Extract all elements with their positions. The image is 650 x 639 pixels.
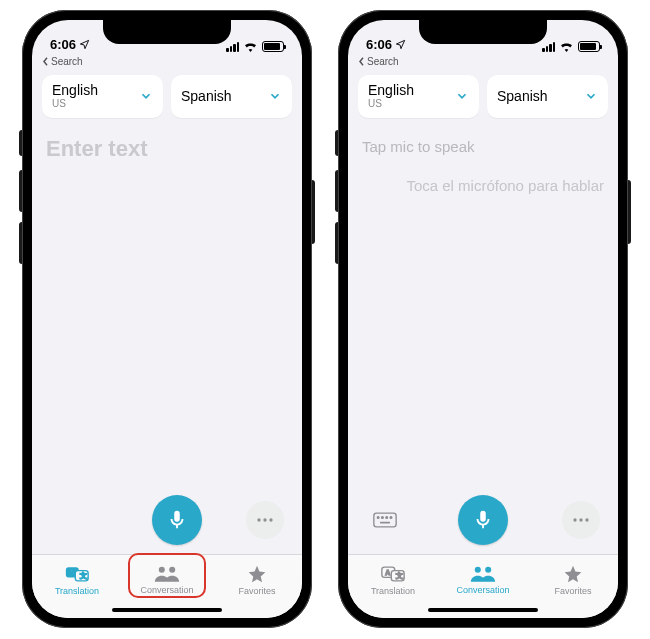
- back-label: Search: [367, 56, 399, 67]
- microphone-icon: [166, 509, 188, 531]
- screen-conversation: 6:06 Search English US: [348, 20, 618, 618]
- source-language-sub: US: [368, 98, 414, 109]
- screen-translation: 6:06 Search English US: [32, 20, 302, 618]
- source-language-selector[interactable]: English US: [358, 75, 479, 118]
- speak-prompt-target: Toca el micrófono para hablar: [362, 177, 604, 194]
- ellipsis-icon: [572, 517, 590, 523]
- tab-favorites[interactable]: Favorites: [528, 555, 618, 604]
- target-language-selector[interactable]: Spanish: [171, 75, 292, 118]
- svg-point-17: [585, 518, 588, 521]
- tab-conversation[interactable]: Conversation: [438, 555, 528, 604]
- tab-translation[interactable]: A文 Translation: [348, 555, 438, 604]
- svg-point-10: [377, 517, 379, 519]
- wifi-icon: [243, 41, 258, 52]
- tab-label: Translation: [371, 586, 415, 596]
- notch: [103, 20, 231, 44]
- battery-icon: [578, 41, 600, 52]
- home-indicator[interactable]: [112, 608, 222, 612]
- microphone-icon: [472, 509, 494, 531]
- source-language-name: English: [368, 83, 414, 98]
- wifi-icon: [559, 41, 574, 52]
- tab-label: Conversation: [456, 585, 509, 595]
- location-icon: [395, 39, 406, 50]
- svg-text:文: 文: [395, 571, 403, 580]
- more-button[interactable]: [246, 501, 284, 539]
- phone-left: 6:06 Search English US: [22, 10, 312, 628]
- microphone-button[interactable]: [458, 495, 508, 545]
- svg-point-1: [263, 518, 266, 521]
- translation-icon: A文: [65, 564, 89, 584]
- tab-label: Favorites: [554, 586, 591, 596]
- keyboard-icon: [373, 512, 397, 528]
- status-time: 6:06: [366, 37, 392, 52]
- chevron-left-icon: [42, 57, 49, 66]
- svg-point-13: [390, 517, 392, 519]
- svg-text:文: 文: [79, 571, 87, 580]
- phone-right: 6:06 Search English US: [338, 10, 628, 628]
- language-selector-row: English US Spanish: [348, 71, 618, 126]
- chevron-down-icon: [268, 89, 282, 103]
- chevron-left-icon: [358, 57, 365, 66]
- svg-point-2: [269, 518, 272, 521]
- language-selector-row: English US Spanish: [32, 71, 302, 126]
- text-input-area[interactable]: Enter text: [32, 126, 302, 486]
- people-icon: [154, 565, 180, 583]
- home-indicator[interactable]: [428, 608, 538, 612]
- tab-label: Conversation: [140, 585, 193, 595]
- status-time: 6:06: [50, 37, 76, 52]
- microphone-button[interactable]: [152, 495, 202, 545]
- source-language-sub: US: [52, 98, 98, 109]
- svg-point-23: [485, 566, 491, 572]
- chevron-down-icon: [139, 89, 153, 103]
- input-placeholder: Enter text: [46, 136, 288, 162]
- svg-point-16: [579, 518, 582, 521]
- svg-point-22: [475, 566, 481, 572]
- target-language-name: Spanish: [497, 83, 548, 110]
- translation-icon: A文: [381, 564, 405, 584]
- conversation-area: Tap mic to speak Toca el micrófono para …: [348, 126, 618, 486]
- tab-translation[interactable]: A文 Translation: [32, 555, 122, 604]
- svg-rect-14: [380, 522, 390, 524]
- star-icon: [562, 564, 584, 584]
- back-to-search[interactable]: Search: [32, 54, 302, 71]
- chevron-down-icon: [455, 89, 469, 103]
- svg-text:A: A: [385, 568, 390, 575]
- svg-point-7: [159, 566, 165, 572]
- notch: [419, 20, 547, 44]
- source-language-selector[interactable]: English US: [42, 75, 163, 118]
- tab-label: Favorites: [238, 586, 275, 596]
- location-icon: [79, 39, 90, 50]
- star-icon: [246, 564, 268, 584]
- mic-row: [348, 486, 618, 554]
- people-icon: [470, 565, 496, 583]
- svg-point-0: [257, 518, 260, 521]
- svg-point-8: [169, 566, 175, 572]
- more-button[interactable]: [562, 501, 600, 539]
- speak-prompt-source: Tap mic to speak: [362, 138, 604, 155]
- battery-icon: [262, 41, 284, 52]
- tab-label: Translation: [55, 586, 99, 596]
- mic-row: [32, 486, 302, 554]
- back-to-search[interactable]: Search: [348, 54, 618, 71]
- cell-signal-icon: [226, 42, 239, 52]
- tab-favorites[interactable]: Favorites: [212, 555, 302, 604]
- target-language-name: Spanish: [181, 83, 232, 110]
- ellipsis-icon: [256, 517, 274, 523]
- source-language-name: English: [52, 83, 98, 98]
- svg-rect-9: [374, 513, 396, 527]
- back-label: Search: [51, 56, 83, 67]
- chevron-down-icon: [584, 89, 598, 103]
- svg-point-15: [573, 518, 576, 521]
- svg-point-12: [386, 517, 388, 519]
- keyboard-button[interactable]: [366, 501, 404, 539]
- svg-point-11: [382, 517, 384, 519]
- target-language-selector[interactable]: Spanish: [487, 75, 608, 118]
- cell-signal-icon: [542, 42, 555, 52]
- svg-text:A: A: [69, 568, 74, 575]
- tab-conversation[interactable]: Conversation: [122, 555, 212, 604]
